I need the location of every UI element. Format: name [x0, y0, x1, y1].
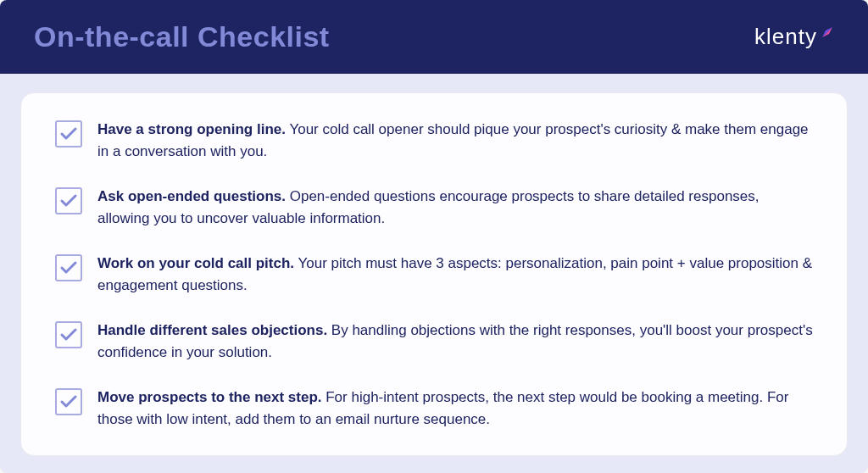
item-text: Work on your cold call pitch. Your pitch… [97, 253, 813, 296]
page-container: On-the-call Checklist klenty Have a stro… [0, 0, 868, 473]
checkbox-icon [55, 120, 82, 147]
checkbox-icon [55, 254, 82, 281]
item-title: Have a strong opening line. [97, 121, 286, 137]
logo-text: klenty [754, 24, 817, 50]
checklist-item: Handle different sales objections. By ha… [55, 320, 813, 363]
item-text: Ask open-ended questions. Open-ended que… [97, 186, 813, 229]
checklist-card: Have a strong opening line. Your cold ca… [20, 92, 848, 456]
checkmark-icon [60, 261, 77, 275]
checkmark-icon [60, 194, 77, 208]
page-title: On-the-call Checklist [34, 20, 330, 53]
item-text: Have a strong opening line. Your cold ca… [97, 119, 813, 162]
checklist-item: Move prospects to the next step. For hig… [55, 387, 813, 430]
checklist-item: Ask open-ended questions. Open-ended que… [55, 186, 813, 229]
checkmark-icon [60, 127, 77, 141]
brand-logo: klenty [754, 24, 834, 50]
checkmark-icon [60, 395, 77, 409]
checkbox-icon [55, 321, 82, 348]
checklist-item: Work on your cold call pitch. Your pitch… [55, 253, 813, 296]
arrow-icon [821, 25, 834, 39]
item-title: Move prospects to the next step. [97, 389, 322, 405]
item-text: Handle different sales objections. By ha… [97, 320, 813, 363]
item-title: Ask open-ended questions. [97, 188, 286, 204]
item-text: Move prospects to the next step. For hig… [97, 387, 813, 430]
checkmark-icon [60, 328, 77, 342]
item-title: Work on your cold call pitch. [97, 255, 294, 271]
checkbox-icon [55, 187, 82, 214]
item-title: Handle different sales objections. [97, 322, 327, 338]
checklist-item: Have a strong opening line. Your cold ca… [55, 119, 813, 162]
checkbox-icon [55, 388, 82, 415]
header: On-the-call Checklist klenty [0, 0, 868, 74]
